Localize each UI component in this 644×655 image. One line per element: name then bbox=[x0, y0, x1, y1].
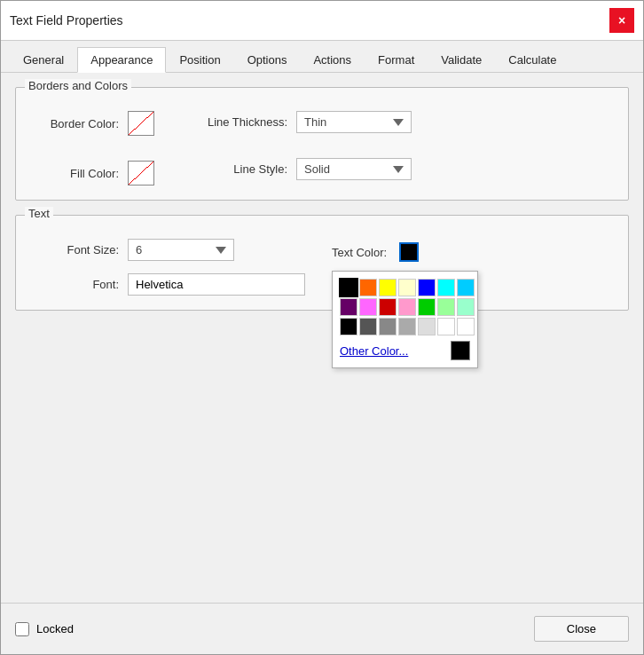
border-color-swatch[interactable] bbox=[128, 111, 154, 136]
color-cell-lightgreen[interactable] bbox=[437, 298, 455, 316]
color-cell-blue[interactable] bbox=[418, 279, 436, 296]
close-window-button[interactable]: × bbox=[609, 8, 634, 33]
color-cell-orange[interactable] bbox=[359, 279, 377, 296]
locked-label: Locked bbox=[36, 622, 74, 635]
color-cell-teal bbox=[457, 298, 475, 316]
close-dialog-button[interactable]: Close bbox=[534, 616, 629, 642]
color-cell-purple[interactable] bbox=[340, 298, 357, 316]
tab-bar: General Appearance Position Options Acti… bbox=[1, 41, 643, 73]
color-cell-empty1 bbox=[457, 279, 475, 296]
font-size-select[interactable]: 6789 101112 141618 202428 364872 bbox=[128, 239, 234, 261]
tab-validate[interactable]: Validate bbox=[428, 47, 495, 73]
color-cell-black[interactable] bbox=[340, 279, 357, 296]
color-cell-gray[interactable] bbox=[379, 318, 397, 335]
color-cell-pink[interactable] bbox=[359, 298, 377, 316]
other-color-row: Other Color... bbox=[340, 341, 470, 360]
line-style-row: Line Style: Solid Dashed Beveled Inset U… bbox=[190, 158, 412, 180]
other-color-button[interactable]: Other Color... bbox=[340, 344, 408, 358]
color-cell-lightgray[interactable] bbox=[418, 318, 436, 335]
tab-format[interactable]: Format bbox=[365, 47, 428, 73]
color-picker-popup: Other Color... bbox=[332, 271, 478, 368]
border-color-row: Border Color: bbox=[30, 111, 154, 136]
font-size-row: Font Size: 6789 101112 141618 202428 364… bbox=[30, 239, 305, 261]
tab-options[interactable]: Options bbox=[234, 47, 301, 73]
color-grid bbox=[340, 279, 470, 335]
tab-position[interactable]: Position bbox=[166, 47, 233, 73]
line-style-label: Line Style: bbox=[190, 162, 287, 176]
locked-checkbox[interactable] bbox=[15, 622, 29, 636]
font-label: Font: bbox=[30, 278, 119, 291]
text-color-area: Text Color: bbox=[332, 242, 419, 262]
fill-color-row: Fill Color: bbox=[30, 161, 154, 185]
color-cell-black2[interactable] bbox=[340, 318, 357, 335]
font-size-label: Font Size: bbox=[30, 243, 119, 256]
borders-section-label: Borders and Colors bbox=[25, 79, 131, 92]
color-cell-lightpink[interactable] bbox=[398, 298, 416, 316]
color-cell-cyan[interactable] bbox=[437, 279, 455, 296]
color-cell-green[interactable] bbox=[418, 298, 436, 316]
tab-general[interactable]: General bbox=[10, 47, 77, 73]
color-cell-white[interactable] bbox=[437, 318, 455, 335]
bottom-bar: Locked Close bbox=[1, 603, 643, 654]
border-color-label: Border Color: bbox=[30, 117, 119, 130]
color-cell-red[interactable] bbox=[379, 298, 397, 316]
text-color-swatch[interactable] bbox=[399, 242, 419, 262]
window-title: Text Field Properties bbox=[10, 13, 123, 28]
line-style-select[interactable]: Solid Dashed Beveled Inset Underline bbox=[296, 158, 412, 180]
font-row: Font: bbox=[30, 273, 305, 296]
line-thickness-select[interactable]: Thin Medium Thick bbox=[296, 111, 412, 133]
locked-row: Locked bbox=[15, 622, 74, 636]
text-color-label: Text Color: bbox=[332, 246, 387, 259]
line-thickness-row: Line Thickness: Thin Medium Thick bbox=[190, 111, 412, 133]
color-cell-medgray[interactable] bbox=[398, 318, 416, 335]
other-color-current-swatch bbox=[451, 341, 470, 360]
title-bar: Text Field Properties × bbox=[1, 1, 643, 41]
color-cell-darkgray[interactable] bbox=[359, 318, 377, 335]
text-section-label: Text bbox=[25, 207, 53, 220]
window: Text Field Properties × General Appearan… bbox=[0, 0, 644, 655]
color-cell-lightyellow[interactable] bbox=[398, 279, 416, 296]
text-section: Text Font Size: 6789 101112 141618 20242… bbox=[15, 215, 629, 311]
color-cell-empty2 bbox=[457, 318, 475, 335]
tab-appearance[interactable]: Appearance bbox=[77, 47, 166, 73]
font-input[interactable] bbox=[128, 273, 305, 296]
fill-color-label: Fill Color: bbox=[30, 167, 119, 180]
color-cell-yellow[interactable] bbox=[379, 279, 397, 296]
borders-section: Borders and Colors Border Color: Fill Co… bbox=[15, 87, 629, 201]
tab-calculate[interactable]: Calculate bbox=[495, 47, 569, 73]
line-thickness-label: Line Thickness: bbox=[190, 115, 287, 129]
tab-actions[interactable]: Actions bbox=[300, 47, 365, 73]
tab-content: Borders and Colors Border Color: Fill Co… bbox=[1, 73, 643, 603]
fill-color-swatch[interactable] bbox=[128, 161, 154, 185]
